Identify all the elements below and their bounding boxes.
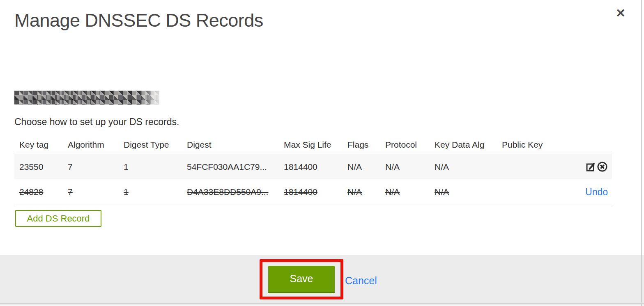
page-title: Manage DNSSEC DS Records	[14, 10, 263, 31]
cell-digest: D4A33E8DD550A9...	[182, 187, 279, 197]
table-row: 24828 7 1 D4A33E8DD550A9... 1814400 N/A …	[14, 179, 612, 205]
undo-link[interactable]: Undo	[585, 187, 608, 198]
column-header-flags: Flags	[343, 140, 380, 150]
cancel-link[interactable]: Cancel	[345, 275, 377, 287]
column-header-key-tag: Key tag	[14, 140, 63, 150]
dialog-footer: Save Cancel	[0, 255, 644, 304]
delete-icon	[597, 161, 608, 172]
table-row: 23550 7 1 54FCF030AA1C79... 1814400 N/A …	[14, 154, 612, 179]
ds-records-table: Key tag Algorithm Digest Type Digest Max…	[14, 135, 612, 205]
column-header-max-sig-life: Max Sig Life	[279, 140, 343, 150]
close-icon[interactable]: ✕	[616, 7, 626, 19]
redacted-domain-name	[14, 91, 159, 105]
cell-flags: N/A	[343, 187, 380, 197]
cell-digest-type: 1	[119, 187, 182, 197]
row-actions	[567, 161, 612, 172]
cell-flags: N/A	[343, 162, 380, 172]
column-header-algorithm: Algorithm	[63, 140, 119, 150]
cell-protocol: N/A	[380, 162, 430, 172]
cell-max-sig-life: 1814400	[279, 162, 343, 172]
cell-max-sig-life: 1814400	[279, 187, 343, 197]
column-header-key-data-alg: Key Data Alg	[430, 140, 497, 150]
save-button[interactable]: Save	[268, 266, 335, 293]
cell-protocol: N/A	[380, 187, 430, 197]
subtitle: Choose how to set up your DS records.	[14, 116, 179, 128]
column-header-protocol: Protocol	[380, 140, 430, 150]
add-ds-record-button[interactable]: Add DS Record	[15, 210, 101, 227]
cell-key-data-alg: N/A	[430, 162, 497, 172]
row-actions: Undo	[567, 187, 612, 198]
cell-algorithm: 7	[63, 162, 119, 172]
column-header-public-key: Public Key	[497, 140, 567, 150]
cell-digest-type: 1	[119, 162, 182, 172]
page-bottom-strip	[0, 304, 644, 306]
column-header-digest-type: Digest Type	[119, 140, 182, 150]
table-header-row: Key tag Algorithm Digest Type Digest Max…	[14, 135, 612, 154]
cell-key-data-alg: N/A	[430, 187, 497, 197]
edit-record-button[interactable]	[585, 161, 596, 172]
cell-key-tag: 24828	[14, 187, 63, 197]
edit-icon	[585, 161, 596, 172]
cell-digest: 54FCF030AA1C79...	[182, 162, 279, 172]
column-header-digest: Digest	[182, 140, 279, 150]
cell-algorithm: 7	[63, 187, 119, 197]
cell-key-tag: 23550	[14, 162, 63, 172]
window-right-edge	[641, 0, 642, 306]
delete-record-button[interactable]	[597, 161, 608, 172]
